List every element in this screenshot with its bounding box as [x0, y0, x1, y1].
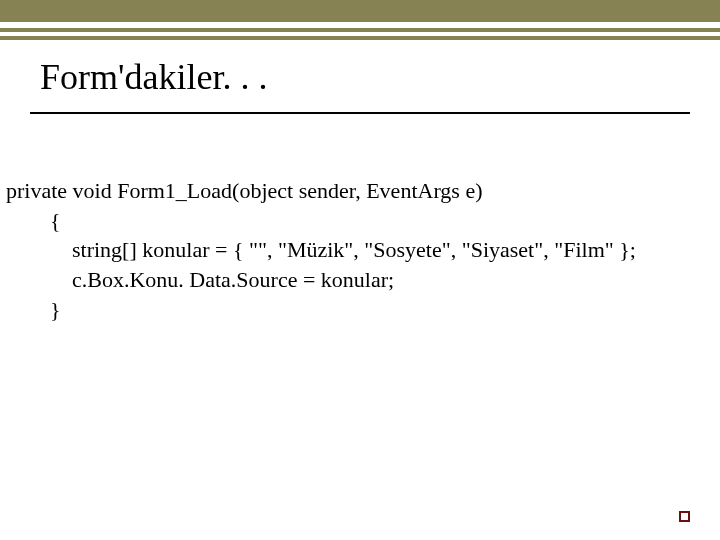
- code-line-5: }: [6, 297, 61, 322]
- code-line-3: string[] konular = { "", "Müzik", "Sosye…: [6, 237, 636, 262]
- code-line-2: {: [6, 208, 61, 233]
- slide: Form'dakiler. . . private void Form1_Loa…: [0, 0, 720, 540]
- slide-title: Form'dakiler. . .: [40, 56, 267, 98]
- title-underline: [30, 112, 690, 114]
- code-line-1: private void Form1_Load(object sender, E…: [6, 178, 482, 203]
- code-line-4: c.Box.Konu. Data.Source = konular;: [6, 267, 394, 292]
- decor-stripe-wide: [0, 0, 720, 22]
- decor-square-icon: [679, 511, 690, 522]
- decor-stripe-thin-2: [0, 36, 720, 40]
- code-block: private void Form1_Load(object sender, E…: [6, 176, 714, 324]
- decor-stripe-thin-1: [0, 28, 720, 32]
